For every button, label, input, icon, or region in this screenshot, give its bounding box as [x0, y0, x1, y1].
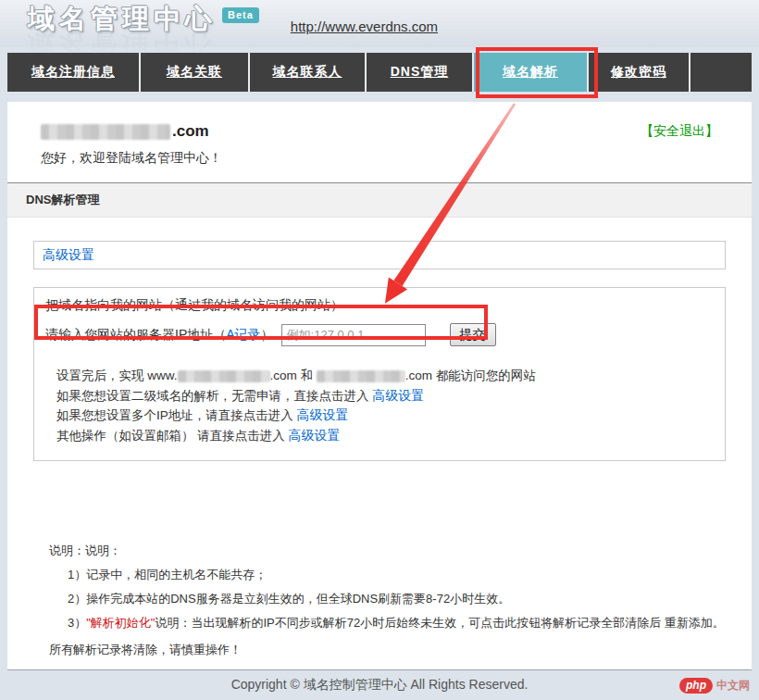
redacted-domain-1: [178, 370, 270, 382]
advanced-settings-box: 高级设置: [33, 241, 726, 269]
note-text: 其他操作（如设置邮箱） 请直接点击进入: [56, 429, 289, 443]
ip-label: 请输入您网站的服务器IP地址（A记录）: [45, 327, 274, 344]
form-notes: 设置完后，实现 www..com 和 .com 都能访问您的网站 如果您想设置二…: [56, 366, 714, 445]
ip-label-prefix: 请输入您网站的服务器IP地址（: [45, 327, 226, 342]
note-text: 设置完后，实现 www.: [56, 369, 178, 382]
resolution-init-highlight: "解析初始化": [86, 616, 155, 630]
beta-badge: Beta: [222, 7, 259, 23]
instructions-heading: 说明：说明：: [49, 543, 726, 559]
content-panel: .com 【安全退出】 您好，欢迎登陆域名管理中心！ DNS解析管理 高级设置 …: [7, 102, 752, 669]
submit-button[interactable]: 提交: [450, 323, 496, 346]
tab-domain-register-info[interactable]: 域名注册信息: [7, 53, 141, 92]
tab-label: 域名解析: [503, 64, 558, 81]
advanced-settings-link[interactable]: 高级设置: [289, 428, 341, 443]
a-record-link[interactable]: A记录: [226, 327, 260, 342]
tab-change-password[interactable]: 修改密码: [589, 53, 691, 92]
instruction-item-2: 2）操作完成本站的DNS服务器是立刻生效的，但全球DNS刷新需要8-72小时生效…: [68, 591, 726, 606]
instruction-text: 说明：当出现解析的IP不同步或解析72小时后始终未生效，可点击此按钮将解析记录全…: [155, 616, 724, 630]
copyright-text: Copyright © 域名控制管理中心 All Rights Reserved…: [231, 677, 529, 694]
tab-label: 域名注册信息: [31, 64, 115, 81]
instruction-item-3: 3）"解析初始化"说明：当出现解析的IP不同步或解析72小时后始终未生效，可点击…: [68, 615, 726, 631]
note-line: 如果您想设置二级域名的解析，无需申请，直接点击进入 高级设置: [56, 386, 714, 406]
redacted-domain-2: [317, 370, 405, 382]
note-text: 如果您想设置多个IP地址，请直接点击进入: [56, 408, 297, 422]
tab-domain-association[interactable]: 域名关联: [141, 53, 250, 92]
tab-label: 修改密码: [611, 64, 666, 81]
nav-filler: [691, 53, 752, 92]
note-line: 如果您想设置多个IP地址，请直接点击进入 高级设置: [56, 406, 714, 426]
footer: Copyright © 域名控制管理中心 All Rights Reserved…: [7, 669, 752, 700]
section-header: DNS解析管理: [7, 182, 752, 218]
instructions-block: 说明：说明： 1）记录中，相同的主机名不能共存； 2）操作完成本站的DNS服务器…: [49, 543, 726, 658]
note-line: 其他操作（如设置邮箱） 请直接点击进入 高级设置: [56, 426, 714, 446]
advanced-settings-link[interactable]: 高级设置: [297, 407, 349, 422]
domain-suffix: .com: [172, 122, 209, 141]
ip-address-input[interactable]: [281, 324, 426, 346]
main-content: 高级设置 把域名指向我的网站（通过我的域名访问我的网站） 请输入您网站的服务器I…: [7, 218, 752, 658]
note-line: 设置完后，实现 www..com 和 .com 都能访问您的网站: [56, 366, 714, 386]
logo-text: 域名管理中心: [28, 6, 217, 32]
logout-link[interactable]: 【安全退出】: [641, 123, 718, 140]
tab-label: 域名关联: [167, 64, 222, 81]
domain-line: .com 【安全退出】: [41, 122, 718, 141]
advanced-settings-link[interactable]: 高级设置: [372, 388, 424, 403]
instructions-warning: 所有解析记录将清除，请慎重操作！: [49, 642, 726, 658]
welcome-section: .com 【安全退出】 您好，欢迎登陆域名管理中心！: [7, 102, 752, 167]
instruction-text: 3）: [68, 616, 86, 630]
php-logo-icon: php: [679, 678, 713, 694]
advanced-settings-link[interactable]: 高级设置: [43, 247, 94, 262]
form-title: 把域名指向我的网站（通过我的域名访问我的网站）: [45, 295, 714, 314]
note-text: .com 和: [270, 369, 317, 382]
instruction-item-1: 1）记录中，相同的主机名不能共存；: [68, 567, 726, 582]
redacted-domain-name: [41, 124, 170, 140]
section-title: DNS解析管理: [26, 192, 99, 208]
welcome-message: 您好，欢迎登陆域名管理中心！: [41, 150, 718, 167]
tab-domain-resolution[interactable]: 域名解析: [474, 53, 589, 92]
note-text: 如果您想设置二级域名的解析，无需申请，直接点击进入: [56, 389, 372, 403]
php-cn-label: 中文网: [716, 678, 750, 694]
tab-label: DNS管理: [391, 64, 449, 81]
php-cn-logo: php 中文网: [679, 678, 750, 694]
nav-bar: 域名注册信息 域名关联 域名联系人 DNS管理 域名解析 修改密码: [7, 53, 752, 92]
tab-label: 域名联系人: [273, 64, 342, 81]
ip-form-box: 把域名指向我的网站（通过我的域名访问我的网站） 请输入您网站的服务器IP地址（A…: [33, 287, 726, 461]
header: 域名管理中心 域名管理中心 Beta http://www.everdns.co…: [0, 0, 759, 47]
note-text: .com 都能访问您的网站: [405, 369, 536, 382]
tab-domain-contact[interactable]: 域名联系人: [250, 53, 367, 92]
tab-dns-management[interactable]: DNS管理: [367, 53, 474, 92]
logo: 域名管理中心 域名管理中心: [28, 6, 217, 32]
page: 域名管理中心 域名管理中心 Beta http://www.everdns.co…: [0, 0, 759, 700]
ip-input-row: 请输入您网站的服务器IP地址（A记录） 提交: [45, 322, 714, 347]
site-url-link[interactable]: http://www.everdns.com: [291, 19, 438, 34]
ip-label-suffix: ）: [261, 327, 274, 342]
